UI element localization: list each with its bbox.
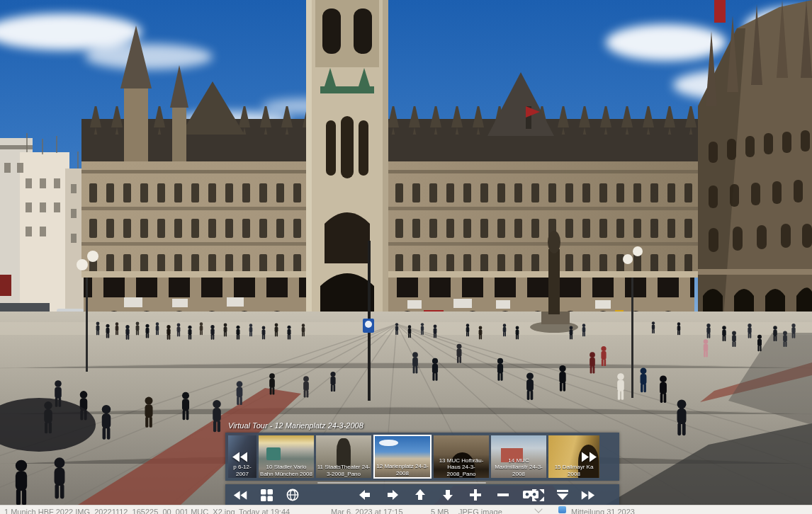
thumbnail-filmstrip: p 6-12-2007 10 Stadler Vario Bahn Münche… xyxy=(225,433,619,481)
double-right-arrow-icon xyxy=(580,490,595,501)
arrow-up-icon xyxy=(415,489,426,501)
fullscreen-icon xyxy=(532,489,544,501)
double-right-arrow-icon xyxy=(580,451,597,463)
filmstrip-previous-button[interactable] xyxy=(231,450,249,464)
thumbnail-maximilianstr[interactable]: 14 MUC Maximilianstr 24-3-2008 xyxy=(491,435,546,478)
thumbnail-label: 13 MUC Hofbräu-Haus 24-3-2008_Pano xyxy=(434,457,489,478)
file-kind: JPEG image xyxy=(458,506,502,514)
thumbnail-image xyxy=(266,447,281,460)
arrow-right-icon xyxy=(386,489,399,501)
pan-right-button[interactable] xyxy=(385,487,400,503)
pan-left-button[interactable] xyxy=(357,487,373,503)
zoom-out-button[interactable] xyxy=(495,487,511,503)
file-date-modified: Today at 19:44 xyxy=(239,506,290,514)
thumbnail-staatstheater[interactable]: 11 StaatsTheater 24-3-2008_Pano xyxy=(316,435,371,478)
double-left-arrow-icon xyxy=(233,490,248,501)
arrow-left-icon xyxy=(359,489,371,501)
chevron-down-icon xyxy=(534,505,542,513)
thumbnail-label: 14 MUC Maximilianstr 24-3-2008 xyxy=(491,457,546,478)
toolbar-right-group xyxy=(530,484,595,506)
next-tour-button[interactable] xyxy=(580,487,595,503)
file-blue-icon xyxy=(558,506,566,513)
pan-up-button[interactable] xyxy=(412,487,428,503)
collapse-down-icon xyxy=(556,489,569,501)
thumbnail-prev-tour[interactable]: p 6-12-2007 xyxy=(228,435,256,478)
virtual-tour-panel: Virtual Tour - 12 Marienplatz 24-3-2008 … xyxy=(225,420,619,506)
pan-down-button[interactable] xyxy=(440,487,456,503)
filmstrip-scrollbar[interactable] xyxy=(317,482,486,484)
toolbar-center-group xyxy=(357,484,538,506)
file-name: 1 Munich HBF 2022 IMG_20221112_165225_00… xyxy=(4,506,235,514)
thumbnail-marienplatz-selected[interactable]: 12 Marienplatz 24-3-2008 xyxy=(373,435,432,479)
filmstrip-next-button[interactable] xyxy=(580,450,598,464)
thumbnail-hofbraeuhaus[interactable]: 13 MUC Hofbräu-Haus 24-3-2008_Pano xyxy=(434,435,489,478)
virtual-tour-title: Virtual Tour - 12 Marienplatz 24-3-2008 xyxy=(225,420,619,433)
zoom-in-button[interactable] xyxy=(468,487,483,503)
thumbnail-label: 12 Marienplatz 24-3-2008 xyxy=(375,463,430,476)
globe-button[interactable] xyxy=(285,487,300,503)
finder-row[interactable]: 1 Munich HBF 2022 IMG_20221112_165225_00… xyxy=(0,505,812,514)
toolbar-left-group xyxy=(232,484,300,506)
previous-tour-button[interactable] xyxy=(232,487,248,503)
file-date-created: Mar 6, 2023 at 17:15 xyxy=(331,506,403,514)
globe-icon xyxy=(286,489,299,501)
viewer-toolbar xyxy=(225,484,619,506)
thumbnail-image xyxy=(379,440,398,446)
fullscreen-button[interactable] xyxy=(530,487,546,503)
double-left-arrow-icon xyxy=(232,451,249,463)
minus-icon xyxy=(497,489,509,501)
thumbnail-label: 10 Stadler Vario Bahn München 2008 xyxy=(259,464,314,477)
thumbnail-grid-button[interactable] xyxy=(259,487,274,503)
thumbnail-label: 11 StaatsTheater 24-3-2008_Pano xyxy=(316,464,371,477)
thumbnail-label: p 6-12-2007 xyxy=(228,464,256,477)
thumbnail-stadler-vario[interactable]: 10 Stadler Vario Bahn München 2008 xyxy=(259,435,314,478)
grid-icon xyxy=(261,489,273,501)
plus-icon xyxy=(470,489,481,501)
next-file-name: Mitteilung 31 2023 xyxy=(571,506,635,514)
arrow-down-icon xyxy=(442,489,453,501)
hide-panel-button[interactable] xyxy=(555,487,570,503)
screen: Virtual Tour - 12 Marienplatz 24-3-2008 … xyxy=(0,0,812,514)
file-size: 5 MB xyxy=(431,506,449,514)
thumbnail-next-tour[interactable]: 15 Dallmayr Ka 2008 xyxy=(548,435,599,478)
thumbnail-label: 15 Dallmayr Ka 2008 xyxy=(548,464,599,477)
